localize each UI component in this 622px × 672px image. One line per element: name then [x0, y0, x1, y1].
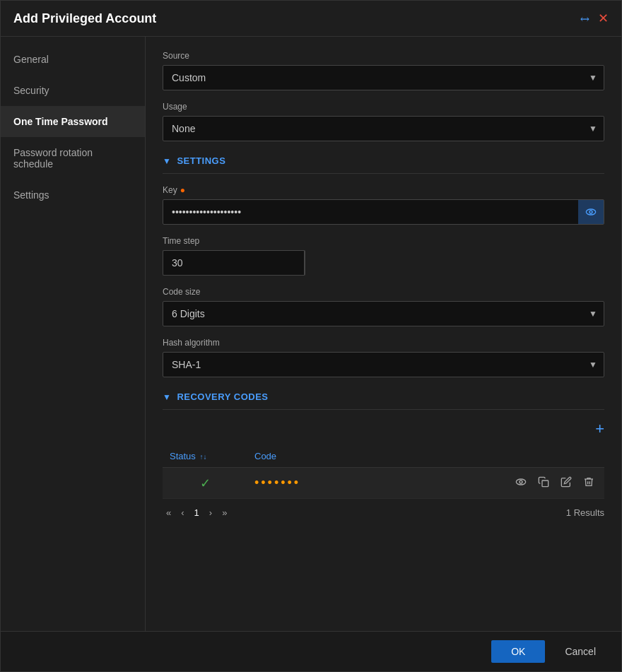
- last-page-button[interactable]: »: [218, 506, 230, 519]
- usage-select[interactable]: None TOTP HOTP: [163, 116, 604, 141]
- required-dot: ●: [180, 185, 185, 195]
- recovery-add-row: +: [163, 421, 604, 440]
- code-value: •••••••: [254, 476, 300, 490]
- close-icon[interactable]: ✕: [598, 11, 609, 26]
- copy-code-button[interactable]: [535, 475, 552, 491]
- source-select[interactable]: Custom None: [163, 65, 604, 90]
- pagination-buttons: « ‹ 1 › »: [163, 506, 230, 519]
- hashalgo-field-group: Hash algorithm SHA-1 SHA-256 SHA-512 ▼: [163, 338, 604, 377]
- status-check-icon: ✓: [200, 476, 211, 490]
- hashalgo-label: Hash algorithm: [163, 338, 604, 348]
- view-code-button[interactable]: [512, 475, 529, 491]
- timestep-decrement[interactable]: ▼: [305, 264, 305, 276]
- settings-chevron-icon[interactable]: ▼: [163, 156, 171, 166]
- settings-section-label: SETTINGS: [177, 155, 225, 166]
- ok-button[interactable]: OK: [491, 640, 545, 663]
- key-label: Key●: [163, 185, 604, 195]
- timestep-input[interactable]: [163, 250, 304, 276]
- table-row: ✓ •••••••: [163, 468, 604, 499]
- sidebar: General Security One Time Password Passw…: [1, 37, 146, 631]
- pagination-row: « ‹ 1 › » 1 Results: [163, 506, 604, 519]
- col-header-status[interactable]: Status ↑↓: [163, 445, 247, 468]
- source-label: Source: [163, 51, 604, 61]
- current-page-button[interactable]: 1: [191, 506, 203, 519]
- action-icons: [512, 475, 597, 491]
- codesize-select-wrapper: 6 Digits 8 Digits ▼: [163, 301, 604, 326]
- prev-page-button[interactable]: ‹: [177, 506, 187, 519]
- svg-rect-4: [542, 481, 548, 487]
- sidebar-item-general[interactable]: General: [1, 44, 145, 75]
- key-input[interactable]: [163, 199, 604, 225]
- svg-point-1: [589, 211, 592, 213]
- codesize-label: Code size: [163, 287, 604, 297]
- dialog-footer: OK Cancel: [1, 631, 621, 671]
- row-actions: [505, 468, 604, 499]
- recovery-chevron-icon[interactable]: ▼: [163, 392, 171, 402]
- source-field-group: Source Custom None ▼: [163, 51, 604, 90]
- dialog-title: Add Privileged Account: [13, 11, 156, 26]
- main-content: Source Custom None ▼ Usage None TOTP HOT: [146, 37, 621, 631]
- row-code: •••••••: [247, 468, 505, 499]
- source-select-wrapper: Custom None ▼: [163, 65, 604, 90]
- codesize-select[interactable]: 6 Digits 8 Digits: [163, 301, 604, 326]
- add-recovery-code-button[interactable]: +: [595, 421, 604, 437]
- dialog-body: General Security One Time Password Passw…: [1, 37, 621, 631]
- delete-code-button[interactable]: [580, 475, 597, 491]
- timestep-field-group: Time step ▲ ▼: [163, 236, 604, 276]
- sidebar-item-settings[interactable]: Settings: [1, 179, 145, 211]
- timestep-increment[interactable]: ▲: [305, 251, 305, 264]
- recovery-section-label: RECOVERY CODES: [177, 391, 268, 402]
- dialog-header: Add Privileged Account ⤢ ✕: [1, 1, 621, 37]
- recovery-section-header: ▼ RECOVERY CODES: [163, 391, 604, 410]
- expand-icon[interactable]: ⤢: [577, 11, 593, 27]
- row-status: ✓: [163, 468, 247, 499]
- codesize-field-group: Code size 6 Digits 8 Digits ▼: [163, 287, 604, 326]
- timestep-spinner: ▲ ▼: [304, 250, 305, 276]
- timestep-wrapper: ▲ ▼: [163, 250, 304, 276]
- key-input-wrapper: [163, 199, 604, 225]
- col-header-actions: [505, 445, 604, 468]
- results-count: 1 Results: [566, 507, 604, 518]
- sidebar-item-rotation[interactable]: Password rotation schedule: [1, 137, 145, 179]
- sidebar-item-otp[interactable]: One Time Password: [1, 106, 145, 137]
- header-actions: ⤢ ✕: [580, 11, 609, 26]
- usage-label: Usage: [163, 102, 604, 112]
- hashalgo-select[interactable]: SHA-1 SHA-256 SHA-512: [163, 352, 604, 377]
- recovery-table: Status ↑↓ Code ✓: [163, 445, 604, 499]
- hashalgo-select-wrapper: SHA-1 SHA-256 SHA-512 ▼: [163, 352, 604, 377]
- status-sort-icon: ↑↓: [199, 453, 206, 461]
- settings-section-header: ▼ SETTINGS: [163, 155, 604, 174]
- cancel-button[interactable]: Cancel: [553, 640, 607, 663]
- edit-code-button[interactable]: [558, 475, 575, 491]
- col-header-code: Code: [247, 445, 505, 468]
- sidebar-item-security[interactable]: Security: [1, 75, 145, 106]
- key-visibility-toggle[interactable]: [578, 200, 604, 224]
- svg-point-0: [586, 209, 595, 215]
- timestep-label: Time step: [163, 236, 604, 246]
- usage-select-wrapper: None TOTP HOTP ▼: [163, 116, 604, 141]
- key-field-group: Key●: [163, 185, 604, 225]
- next-page-button[interactable]: ›: [206, 506, 216, 519]
- first-page-button[interactable]: «: [163, 506, 175, 519]
- svg-point-3: [520, 481, 522, 483]
- usage-field-group: Usage None TOTP HOTP ▼: [163, 102, 604, 141]
- add-privileged-account-dialog: Add Privileged Account ⤢ ✕ General Secur…: [0, 0, 622, 672]
- svg-point-2: [516, 479, 525, 485]
